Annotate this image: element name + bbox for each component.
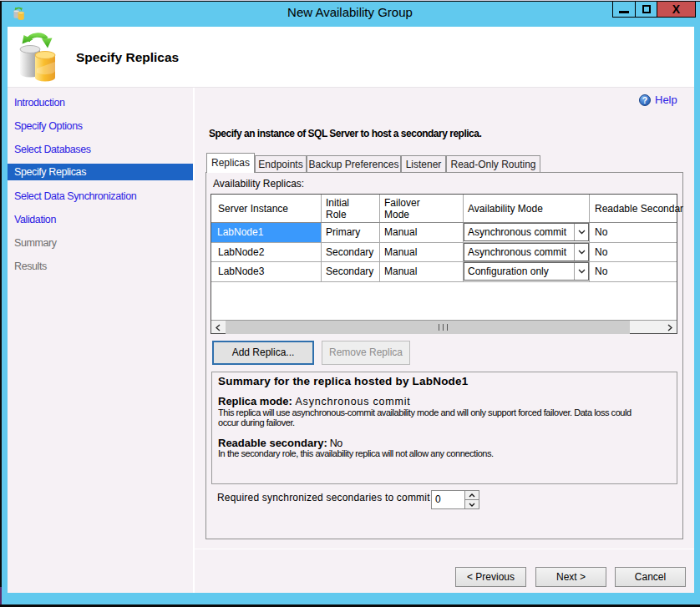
svg-text:?: ? (642, 95, 647, 105)
